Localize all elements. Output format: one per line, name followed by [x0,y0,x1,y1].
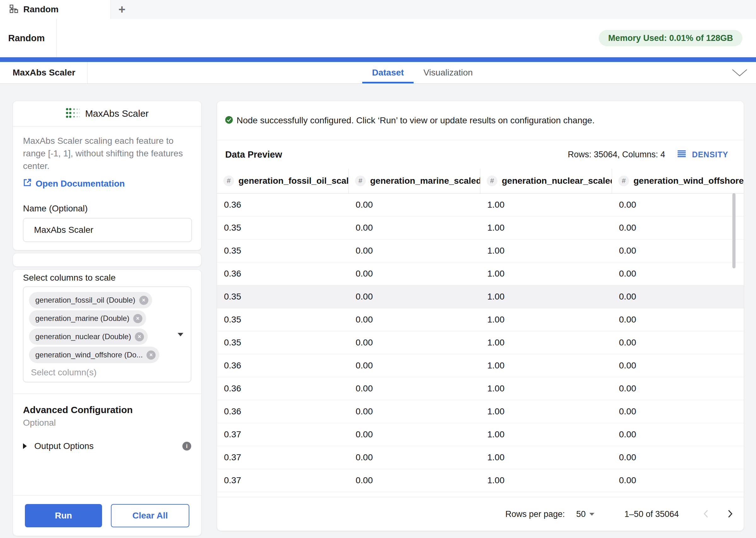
table-cell: 0.37 [217,469,349,492]
table-cell: 0.00 [349,193,480,216]
node-config-title: MaxAbs Scaler [85,108,149,119]
density-icon[interactable] [677,150,686,159]
column-header[interactable]: #generation_fossil_oil_scale [217,169,349,193]
status-row: Node successfully configured. Click ‘Run… [217,101,744,140]
table-cell: 0.00 [612,193,744,216]
table-cell: 0.00 [612,354,744,377]
column-header[interactable]: #generation_wind_offshore_ [612,169,744,193]
column-chip-label: generation_fossil_oil (Double) [35,296,135,304]
table-cell: 0.35 [217,285,349,308]
column-header-label: generation_nuclear_scaled [502,176,612,186]
caret-down-icon [589,513,595,516]
table-cell: 0.00 [612,240,744,262]
output-options-toggle[interactable]: Output Options i [23,441,191,451]
table-cell: 0.00 [612,285,744,308]
table-cell: 1.00 [480,193,612,216]
header: Random Memory Used: 0.01% of 128GB [0,19,756,57]
table-cell: 1.00 [480,423,612,446]
previous-page-button[interactable] [702,509,709,520]
toolbar-divider [87,62,88,83]
node-config-header: MaxAbs Scaler [13,101,201,127]
table-cell: 1.00 [480,240,612,262]
next-page-button[interactable] [727,509,734,520]
info-icon[interactable]: i [182,442,191,451]
spacer [13,451,201,495]
table-body: 0.360.001.000.000.350.001.000.000.350.00… [217,193,744,497]
table-cell: 1.00 [480,262,612,285]
table-cell: 0.36 [217,262,349,285]
column-header-label: generation_wind_offshore_ [633,176,744,186]
table-header-row: #generation_fossil_oil_scale#generation_… [217,169,744,193]
table-scrollbar[interactable] [732,193,735,268]
table-cell: 0.36 [217,193,349,216]
node-config-card: MaxAbs Scaler MaxAbs Scaler scaling each… [13,101,202,250]
table-dimensions: Rows: 35064, Columns: 4 [568,150,665,160]
chip-remove-icon[interactable]: × [135,332,144,341]
table-cell: 1.00 [480,469,612,492]
table-cell: 0.00 [349,492,480,497]
table-cell: 1.00 [480,492,612,497]
table-cell: 1.00 [480,308,612,331]
run-button[interactable]: Run [25,504,102,527]
column-chip-label: generation_wind_offshore (Do... [35,350,143,359]
table-row: 0.370.001.000.00 [217,492,744,497]
column-multiselect[interactable]: generation_fossil_oil (Double)×generatio… [23,287,191,382]
table-cell: 1.00 [480,446,612,469]
selected-columns: generation_fossil_oil (Double)×generatio… [29,292,172,363]
table-cell: 0.00 [612,377,744,400]
table-cell: 1.00 [480,400,612,423]
open-documentation-label: Open Documentation [35,179,125,189]
clear-all-button[interactable]: Clear All [111,504,189,527]
numeric-type-icon: # [355,176,366,186]
collapse-panel-button[interactable] [731,69,748,78]
column-chip[interactable]: generation_wind_offshore (Do...× [29,347,159,363]
chip-remove-icon[interactable]: × [147,350,156,360]
table-row: 0.360.001.000.00 [217,193,744,216]
table-cell: 1.00 [480,285,612,308]
table-cell: 0.35 [217,308,349,331]
data-preview-title: Data Preview [225,149,282,160]
column-chip[interactable]: generation_marine (Double)× [29,310,146,327]
workflow-tab-bar: Random + [0,0,756,20]
new-tab-button[interactable]: + [111,0,133,19]
table-cell: 0.00 [612,308,744,331]
tab-visualization-label: Visualization [423,68,473,78]
chip-remove-icon[interactable]: × [139,296,148,305]
page-title: Random [8,19,45,57]
tab-dataset[interactable]: Dataset [362,62,413,83]
multiselect-placeholder: Select column(s) [31,367,172,378]
column-header[interactable]: #generation_nuclear_scaled [480,169,612,193]
tab-active-underline [362,82,413,83]
table-cell: 0.00 [349,354,480,377]
table-row: 0.370.001.000.00 [217,469,744,492]
column-header-label: generation_fossil_oil_scale [238,176,349,186]
table-row: 0.360.001.000.00 [217,377,744,400]
data-preview-header: Data Preview Rows: 35064, Columns: 4 DEN… [217,140,744,169]
table-cell: 0.36 [217,377,349,400]
table-cell: 1.00 [480,216,612,239]
column-chip[interactable]: generation_nuclear (Double)× [29,328,148,345]
column-chip[interactable]: generation_fossil_oil (Double)× [29,292,152,308]
advanced-config-title: Advanced Configuration [23,404,191,415]
table-cell: 0.00 [349,285,480,308]
density-toggle[interactable]: DENSITY [692,150,728,159]
name-field-label: Name (Optional) [23,203,191,214]
table-row: 0.350.001.000.00 [217,331,744,354]
screen: { "colors": { "accent_blue": "#3b6edc", … [0,0,756,538]
caret-down-icon[interactable] [178,333,183,336]
column-header[interactable]: #generation_marine_scaled [349,169,480,193]
name-input[interactable] [23,218,192,242]
workflow-tab-label: Random [23,4,59,15]
output-options-label: Output Options [34,441,94,451]
table-row: 0.370.001.000.00 [217,423,744,446]
table-footer: Rows per page: 50 1–50 of 35064 [217,497,744,531]
table-row: 0.350.001.000.00 [217,216,744,240]
tab-visualization[interactable]: Visualization [413,62,482,83]
table-row: 0.360.001.000.00 [217,400,744,423]
chip-remove-icon[interactable]: × [133,314,142,323]
node-toolbar: MaxAbs Scaler Dataset Visualization [0,62,756,84]
table-cell: 1.00 [480,377,612,400]
rows-per-page-select[interactable]: 50 [576,510,595,519]
open-documentation-link[interactable]: Open Documentation [23,178,191,189]
workflow-tab[interactable]: Random [0,0,111,19]
